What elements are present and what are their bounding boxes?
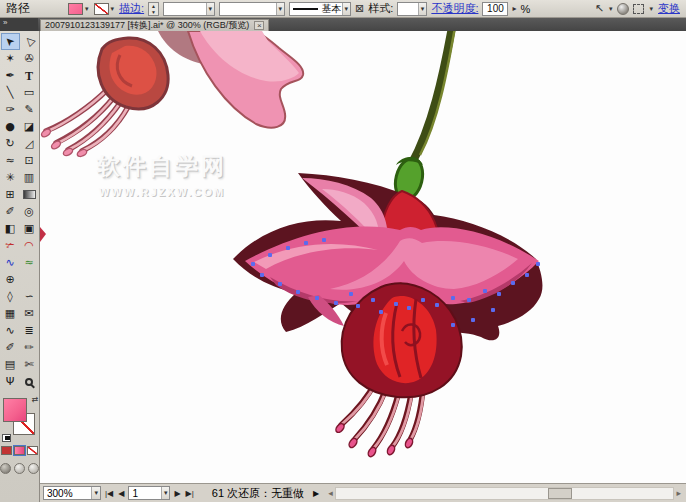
status-flyout-icon[interactable]: ▶ [313, 489, 319, 498]
fullscreen-mode-button[interactable] [28, 463, 39, 474]
scale-tool[interactable]: ◿ [20, 135, 39, 152]
hand-tool[interactable]: Ψ [1, 373, 20, 390]
anchor-point[interactable] [407, 306, 411, 310]
anchor-point[interactable] [278, 282, 282, 286]
anchor-point[interactable] [421, 298, 425, 302]
anchor-point[interactable] [525, 273, 529, 277]
next-page-button[interactable]: ▶ [173, 489, 181, 498]
selection-tool[interactable]: ➤ [1, 33, 20, 50]
knife-tool[interactable]: ✃ [1, 237, 20, 254]
rectangle-tool[interactable]: ▭ [20, 84, 39, 101]
notes-tool[interactable]: ✏ [20, 339, 39, 356]
anchor-point[interactable] [304, 241, 308, 245]
fill-color-swatch[interactable]: ▾ [68, 3, 90, 15]
zoom-combo[interactable]: 300%▾ [43, 486, 101, 500]
scrollbar-thumb[interactable] [548, 488, 572, 499]
anchor-point[interactable] [251, 262, 255, 266]
pen-tool[interactable]: ✒ [1, 67, 20, 84]
close-icon[interactable]: × [254, 21, 264, 30]
polar-grid-tool[interactable]: ⊕ [1, 271, 20, 288]
chevron-down-icon[interactable]: ▾ [91, 487, 100, 499]
scrollbar-track[interactable] [335, 487, 675, 500]
opacity-stepper-icon[interactable]: ▸ [512, 4, 516, 13]
eyedropper-tool[interactable]: ✐ [1, 203, 20, 220]
anchor-point[interactable] [322, 238, 326, 242]
arc-tool[interactable]: ◠ [20, 237, 39, 254]
warp-tool[interactable]: ≈ [1, 152, 20, 169]
scroll-left-icon[interactable]: ◂ [326, 488, 335, 498]
chevron-down-icon[interactable]: ▾ [418, 3, 427, 15]
anchor-point[interactable] [491, 308, 495, 312]
anchor-point[interactable] [315, 296, 319, 300]
attributes-tool[interactable]: ≣ [20, 322, 39, 339]
gradient-tool[interactable] [20, 186, 39, 203]
chevron-down-icon[interactable]: ▾ [342, 3, 351, 15]
horizontal-scrollbar[interactable]: ◂ ▸ [326, 486, 683, 501]
slice-tool[interactable]: ▤ [1, 356, 20, 373]
anchor-point[interactable] [471, 318, 475, 322]
pencil-tool[interactable]: ✎ [20, 101, 39, 118]
normal-screen-mode-button[interactable] [0, 463, 11, 474]
anchor-point[interactable] [260, 273, 264, 277]
live-paint-bucket-tool[interactable]: ◧ [1, 220, 20, 237]
anchor-point[interactable] [483, 289, 487, 293]
fill-indicator[interactable] [3, 398, 27, 422]
anchor-point[interactable] [511, 281, 515, 285]
transform-link[interactable]: 变换 [658, 1, 680, 16]
scissors-tool[interactable]: ✄ [20, 356, 39, 373]
anchor-point[interactable] [467, 298, 471, 302]
document-tab[interactable]: 2007910123139177 [转换].ai* @ 300% (RGB/预览… [40, 19, 269, 31]
style-combo[interactable]: ▾ [397, 2, 427, 16]
select-similar-icon[interactable]: ↖ [595, 2, 604, 15]
chevron-down-icon[interactable]: ▾ [276, 3, 285, 15]
anchor-point[interactable] [451, 296, 455, 300]
none-mode-button[interactable] [27, 446, 38, 455]
blend-tool[interactable]: ◎ [20, 203, 39, 220]
brush-definition-combo[interactable]: 基本▾ [289, 2, 351, 16]
stroke-color-swatch[interactable]: ▾ [94, 3, 116, 15]
chevron-down-icon[interactable]: ▾ [161, 487, 170, 499]
width-profile-combo[interactable]: ▾ [219, 2, 285, 16]
page-combo[interactable]: 1▾ [128, 486, 170, 500]
recolor-artwork-icon[interactable] [617, 3, 629, 15]
anchor-point[interactable] [334, 301, 338, 305]
magic-wand-tool[interactable]: ✶ [1, 50, 20, 67]
anchor-point[interactable] [497, 292, 501, 296]
anchor-point[interactable] [536, 262, 540, 266]
chevron-down-icon[interactable]: ▾ [110, 5, 116, 13]
wave-tool[interactable]: ≈ [20, 254, 39, 271]
align-icon[interactable] [633, 4, 644, 14]
live-paint-selection-tool[interactable]: ▣ [20, 220, 39, 237]
stroke-width-stepper[interactable]: ▲▼ [148, 2, 159, 16]
eraser-tool[interactable]: ◪ [20, 118, 39, 135]
envelope-tool[interactable]: ◊ [1, 288, 20, 305]
zigzag-tool[interactable]: ∿ [1, 254, 20, 271]
last-page-button[interactable]: ▶| [185, 489, 195, 498]
default-fill-stroke-icon[interactable] [2, 434, 11, 442]
type-tool[interactable]: T [20, 67, 39, 84]
anchor-point[interactable] [349, 292, 353, 296]
anchor-point[interactable] [394, 302, 398, 306]
free-transform-tool[interactable]: ⊡ [20, 152, 39, 169]
anchor-point[interactable] [451, 323, 455, 327]
line-segment-tool[interactable]: ╲ [1, 84, 20, 101]
blob-brush-tool[interactable]: ● [1, 118, 20, 135]
first-page-button[interactable]: |◀ [104, 489, 114, 498]
anchor-point[interactable] [268, 253, 272, 257]
paintbrush-tool[interactable]: ✑ [1, 101, 20, 118]
opacity-input[interactable]: 100 [482, 2, 508, 16]
chevron-down-icon[interactable]: ▾ [608, 5, 614, 13]
lasso-tool[interactable]: ✇ [20, 50, 39, 67]
symbol-sprayer-tool[interactable]: ✳ [1, 169, 20, 186]
direct-selection-tool[interactable]: ▷ [20, 33, 39, 50]
fullscreen-menu-mode-button[interactable] [14, 463, 25, 474]
anchor-point[interactable] [286, 246, 290, 250]
prev-page-button[interactable]: ◀ [117, 489, 125, 498]
column-graph-tool[interactable]: ▥ [20, 169, 39, 186]
mesh-tool[interactable]: ⊞ [1, 186, 20, 203]
color-mode-button[interactable] [1, 446, 12, 455]
opacity-link[interactable]: 不透明度: [431, 1, 478, 16]
stroke-link[interactable]: 描边: [119, 1, 144, 16]
anchor-point[interactable] [371, 298, 375, 302]
rotate-tool[interactable]: ↻ [1, 135, 20, 152]
